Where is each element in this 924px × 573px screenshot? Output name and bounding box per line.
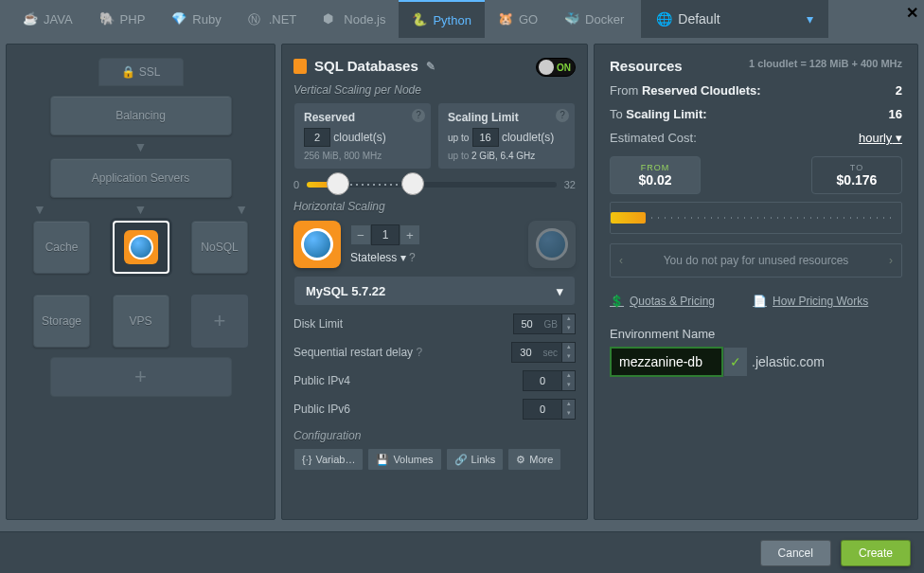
tab-go[interactable]: 🐹GO [485,0,551,38]
increment-button[interactable]: + [400,224,420,245]
globe-icon: 🌐 [656,11,672,27]
resources-panel: Resources1 cloudlet = 128 MiB + 400 MHz … [594,44,918,520]
links-icon: 🔗 [454,454,468,466]
ipv4-label: Public IPv4 [293,374,350,387]
cloudlet-hint: 1 cloudlet = 128 MiB + 400 MHz [749,58,902,69]
resources-title: Resources1 cloudlet = 128 MiB + 400 MHz [610,58,902,74]
sql-database-icon [124,230,158,264]
stack-icon-disabled [528,221,576,268]
estimated-cost-label: Estimated Cost: [610,131,697,145]
volumes-button[interactable]: 💾Volumes [367,448,441,471]
check-icon: ✓ [730,354,741,369]
go-icon: 🐹 [498,11,513,27]
variables-button[interactable]: {·}Variab… [293,448,364,471]
node-config-panel: SQL Databases ✎ ON Vertical Scaling per … [281,44,588,520]
ipv6-label: Public IPv6 [293,403,350,416]
java-icon: ☕ [23,11,38,27]
enable-toggle[interactable]: ON [536,58,576,77]
limit-cloudlets-input[interactable]: 16 [472,128,499,147]
plus-icon: + [214,309,226,333]
storage-tile[interactable]: Storage [33,295,90,348]
slider-handle-reserved[interactable] [327,172,349,195]
prev-tip-button[interactable]: ‹ [611,244,631,277]
document-icon: 📄 [753,295,767,308]
add-layer-button[interactable]: + [191,295,248,348]
php-icon: 🐘 [99,11,115,27]
variables-icon: {·} [302,454,311,465]
arrow-down-icon: ▼ [235,202,248,217]
ipv4-input[interactable]: 0▴▾ [523,370,576,391]
gear-icon: ⚙ [516,454,525,466]
add-extra-button[interactable]: + [50,357,232,397]
help-icon[interactable]: ? [409,251,416,264]
disk-limit-label: Disk Limit [293,317,343,331]
close-icon[interactable]: ✕ [906,4,918,22]
cloudlet-slider[interactable]: 0 32 [293,179,576,190]
tab-dotnet[interactable]: Ⓝ.NET [235,0,311,38]
ruby-icon: 💎 [171,11,187,27]
more-button[interactable]: ⚙More [507,448,561,471]
restart-delay-input[interactable]: 30sec▴▾ [511,342,576,363]
env-domain: .jelastic.com [752,354,825,369]
edit-icon[interactable]: ✎ [426,60,435,73]
links-button[interactable]: 🔗Links [446,448,505,471]
node-count-value[interactable]: 1 [371,224,400,245]
python-icon: 🐍 [412,12,427,27]
lock-icon: 🔒 [121,65,135,79]
cost-to-box: TO$0.176 [811,156,902,194]
how-pricing-link[interactable]: 📄How Pricing Works [753,295,868,308]
topology-panel: 🔒SSL Balancing ▼ Application Servers ▼▼▼… [6,44,275,520]
app-servers-tile[interactable]: Application Servers [50,158,232,198]
cancel-button[interactable]: Cancel [760,540,831,566]
tab-php[interactable]: 🐘PHP [86,0,159,38]
pricing-message: ‹ You do not pay for unused resources › [610,243,902,278]
vps-tile[interactable]: VPS [113,295,169,348]
next-tip-button[interactable]: › [880,244,901,277]
tab-docker[interactable]: 🐳Docker [551,0,637,38]
help-icon[interactable]: ? [416,346,422,359]
dollar-icon: 💲 [610,295,624,308]
scaling-limit-card: Scaling Limit ? up to 16 cloudlet(s) up … [437,102,576,170]
plus-icon: + [134,365,147,389]
dotnet-icon: Ⓝ [248,11,263,27]
reserved-card: Reserved ? 2 cloudlet(s) 256 MiB, 800 MH… [293,102,432,170]
balancing-tile[interactable]: Balancing [50,96,232,135]
slider-handle-limit[interactable] [401,172,424,195]
create-button[interactable]: Create [841,540,911,566]
volumes-icon: 💾 [376,454,389,466]
cache-tile[interactable]: Cache [33,221,90,274]
tab-java[interactable]: ☕JAVA [9,0,86,38]
chevron-down-icon: ▾ [557,284,563,298]
dialog-footer: Cancel Create [0,531,924,573]
tab-node[interactable]: ⬢Node.js [310,0,399,38]
stack-version-select[interactable]: MySQL 5.7.22▾ [293,276,576,306]
cost-period-select[interactable]: hourly ▾ [859,131,902,145]
tab-ruby[interactable]: 💎Ruby [158,0,234,38]
help-icon[interactable]: ? [556,109,569,122]
arrow-down-icon: ▼ [33,202,46,217]
database-icon [293,59,307,74]
docker-icon: 🐳 [564,11,579,27]
limit-value: 16 [889,107,902,121]
nosql-tile[interactable]: NoSQL [191,221,248,274]
stack-icon[interactable] [293,221,341,268]
ssl-tile[interactable]: 🔒SSL [98,58,184,86]
quotas-pricing-link[interactable]: 💲Quotas & Pricing [610,295,715,308]
env-name-input[interactable] [610,347,723,377]
tab-python[interactable]: 🐍Python [399,0,484,38]
sql-tile-selected[interactable] [113,221,169,274]
region-select[interactable]: 🌐Default ▾ [641,0,828,38]
reserved-cloudlets-input[interactable]: 2 [304,128,330,147]
language-tabs: ☕JAVA 🐘PHP 💎Ruby Ⓝ.NET ⬢Node.js 🐍Python … [0,0,924,38]
arrow-down-icon: ▼ [134,202,148,217]
cost-from-box: FROM$0.02 [610,156,701,194]
nodejs-icon: ⬢ [323,11,338,27]
horizontal-scaling-label: Horizontal Scaling [293,200,576,213]
decrement-button[interactable]: − [350,224,371,245]
configuration-label: Configuration [293,429,576,442]
env-name-check[interactable]: ✓ [723,347,748,377]
help-icon[interactable]: ? [412,109,425,122]
disk-limit-input[interactable]: 50GB▴▾ [513,313,576,334]
scaling-mode-select[interactable]: Stateless ▾ ? [350,251,420,264]
ipv6-input[interactable]: 0▴▾ [523,399,576,420]
